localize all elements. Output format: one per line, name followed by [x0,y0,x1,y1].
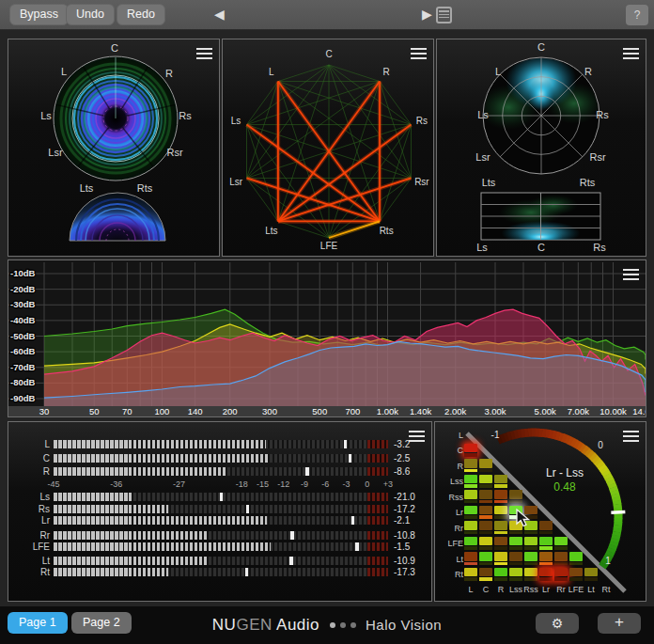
matrix-cell-rt-lt[interactable] [584,568,599,582]
meter-scale-tick: +3 [383,479,393,489]
matrix-cell-rt-r[interactable] [494,568,508,582]
matrix-cell-lt-l[interactable] [464,552,478,566]
matrix-cell-rr-c[interactable] [479,521,493,535]
radar-channel-label-l: L [495,66,501,77]
matrix-cell-rr-lss[interactable] [509,521,523,535]
product-name: Halo Vision [366,617,442,633]
matrix-cell-lt-rr[interactable] [554,552,568,566]
matrix-cell-r-l[interactable] [464,459,478,473]
matrix-cell-lt-r[interactable] [494,552,508,566]
spectrum-freq-tick-30: 30 [39,406,50,416]
halo-channel-label-r: R [165,68,173,79]
matrix-cell-rt-l[interactable] [464,568,478,582]
matrix-cell-lfe-lr[interactable] [539,537,553,551]
spectrum-freq-tick-50: 50 [89,406,100,416]
matrix-row-label-lr: Lr [439,508,463,517]
meter-channel-label: L [8,439,50,449]
matrix-cell-lr-rss[interactable] [524,506,538,520]
event-log-icon[interactable] [436,7,452,24]
meter-row-r: R-8.6 [8,467,433,479]
halo-channel-label-ls: Ls [40,110,52,121]
halo-panel-menu-icon[interactable] [196,48,212,59]
matrix-cell-rt-rr[interactable] [554,568,568,582]
meter-peak-marker [220,493,224,501]
meter-row-lt: Lt-10.9 [8,557,433,568]
correlation-web-panel: CRRsRsrRtsLFELtsLsrLsL [222,39,434,257]
radar-panel-menu-icon[interactable] [623,48,639,59]
matrix-cell-rt-rss[interactable] [524,568,538,582]
halo-channel-label-lsr: Lsr [48,147,63,158]
matrix-cell-rt-c[interactable] [479,568,493,582]
matrix-cell-lt-lr[interactable] [539,552,553,566]
spectrum-analyzer-panel: -10dB-20dB-30dB-40dB-50dB-60dB-70dB-80dB… [8,259,646,417]
matrix-cell-lfe-rr[interactable] [554,537,568,551]
bypass-button[interactable]: Bypass [9,4,69,25]
add-module-button[interactable]: + [598,613,641,634]
matrix-cell-lr-r[interactable] [494,506,508,520]
matrix-cell-lt-c[interactable] [479,552,493,566]
meter-value-readout: -2.5 [394,453,410,463]
meter-scale-tick: 0 [365,479,369,489]
radar-plan-axis-label-0: Ls [476,242,488,253]
undo-button[interactable]: Undo [66,4,115,25]
matrix-cell-r-c[interactable] [479,459,493,473]
matrix-cell-rr-lr[interactable] [539,521,553,535]
matrix-cell-lr-c[interactable] [479,506,493,520]
spectrum-db-tick-80: -80dB [10,377,36,387]
meter-value-readout: -17.2 [394,504,415,514]
matrix-cell-lt-lfe[interactable] [569,552,584,566]
meter-value-readout: -1.5 [394,542,410,552]
meter-row-l: L-3.2 [8,440,433,451]
meter-peak-marker [290,531,294,540]
matrix-cell-rt-lfe[interactable] [569,568,584,582]
matrix-panel-menu-icon[interactable] [623,431,639,442]
transport-back-icon[interactable]: ◀ [214,4,225,24]
meter-scale: -45-36-27-18-15-12-9-6-30+3 [54,479,388,489]
matrix-cell-lt-lss[interactable] [509,552,523,566]
spectrum-db-tick-30: -30dB [10,299,36,309]
matrix-cell-rss-c[interactable] [479,490,493,504]
gear-icon: ⚙ [552,616,564,631]
matrix-cell-lr-l[interactable] [464,506,478,520]
matrix-cell-rt-lr[interactable] [539,568,553,582]
matrix-cell-lss-c[interactable] [479,475,493,489]
meter-value-readout: -10.8 [394,530,415,541]
matrix-row-label-rt: Rt [439,570,463,579]
matrix-cell-lfe-l[interactable] [464,537,478,551]
matrix-cell-lss-l[interactable] [464,475,478,489]
correlation-web-visualization: CRRsRsrRtsLFELtsLsrLsL [223,39,433,256]
matrix-cell-rss-r[interactable] [494,490,508,504]
redo-button[interactable]: Redo [117,4,165,25]
meter-bar [54,505,388,513]
matrix-cell-rr-rss[interactable] [524,521,538,535]
web-node-label-rsr: Rsr [414,177,429,187]
matrix-cell-rr-l[interactable] [464,521,478,535]
transport-play-icon[interactable]: ▶ [422,4,432,24]
matrix-cell-lt-rss[interactable] [524,552,538,566]
meters-panel-menu-icon[interactable] [409,431,425,442]
meter-value-readout: -3.2 [394,439,410,449]
gauge-label-0: 0 [598,440,603,450]
spectrum-db-tick-50: -50dB [10,331,36,341]
matrix-cell-lfe-rss[interactable] [524,537,538,551]
meter-scale-tick: -18 [236,479,248,489]
matrix-cell-lr-lss[interactable] [509,506,523,520]
spectrum-panel-menu-icon[interactable] [623,269,639,280]
spectrum-freq-tick-7000: 7.00k [568,406,589,416]
matrix-cell-lfe-c[interactable] [479,537,493,551]
halo-channel-label-rs: Rs [179,110,192,121]
help-button[interactable]: ? [626,5,648,25]
matrix-cell-rr-r[interactable] [494,521,508,535]
settings-button[interactable]: ⚙ [536,613,579,634]
matrix-cell-lfe-r[interactable] [494,537,508,551]
web-panel-menu-icon[interactable] [411,48,427,59]
matrix-cell-lfe-lss[interactable] [509,537,523,551]
matrix-cell-lss-r[interactable] [494,475,508,489]
matrix-cell-c-l[interactable] [464,444,478,458]
web-node-label-lts: Lts [265,226,277,236]
halo-height-label-rts: Rts [137,182,153,194]
level-meters: L-3.2C-2.5R-8.6Ls-21.0Rs-17.2Lr-2.1Rr-10… [8,422,433,603]
matrix-cell-rt-lss[interactable] [509,568,523,582]
meter-row-ls: Ls-21.0 [8,493,433,504]
matrix-cell-rss-l[interactable] [464,490,478,504]
